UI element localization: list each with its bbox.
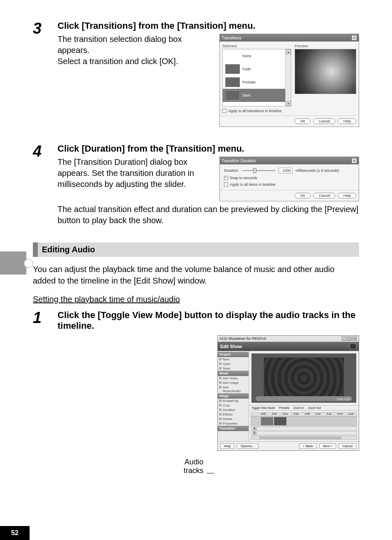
preview-image <box>264 358 344 399</box>
window-title: ACD Showtime! for PENTAX <box>219 337 266 341</box>
section-subheading: Setting the playback time of music/audio <box>33 295 359 304</box>
duration-slider[interactable] <box>242 168 275 173</box>
sidebar-item-effects[interactable]: Effects <box>218 412 249 417</box>
sidebar-item-new[interactable]: New <box>218 357 249 362</box>
preview-area: 0:00 / 0:01 <box>251 353 356 403</box>
sidebar: Project New Open Save Show Add Video Add… <box>218 351 249 441</box>
sidebar-section-project: Project <box>218 352 249 357</box>
selected-label: Selected <box>222 44 291 48</box>
apply-all-checkbox[interactable] <box>222 109 226 113</box>
sidebar-section-transition: Transition <box>218 426 249 431</box>
step-number: 4 <box>33 143 58 226</box>
timeline-clip[interactable] <box>261 417 273 425</box>
maximize-icon[interactable]: □ <box>347 337 352 341</box>
transition-item-swirl[interactable]: Swirl <box>223 89 291 102</box>
snap-label: Snap to seconds <box>230 176 257 180</box>
duration-value-input[interactable]: 1000 <box>279 168 293 173</box>
ok-button[interactable]: OK <box>295 118 311 124</box>
edit-show-title: Edit Show <box>220 344 242 349</box>
help-button[interactable]: Help <box>338 193 356 198</box>
transition-thumb <box>225 64 240 74</box>
step-number: 3 <box>33 21 58 127</box>
sidebar-item-rotate[interactable]: Rotate/Flip <box>218 399 249 403</box>
help-button[interactable]: Help <box>220 443 234 449</box>
transition-thumb <box>225 51 240 61</box>
side-tab-dot <box>24 259 33 268</box>
preview-time: 0:00 / 0:01 <box>337 398 350 401</box>
cancel-button[interactable]: Cancel <box>339 443 356 449</box>
window-footer: Help Options... < Back Next > Cancel <box>218 441 359 450</box>
next-button[interactable]: Next > <box>319 443 336 449</box>
sidebar-item-delete[interactable]: Delete <box>218 417 249 421</box>
minimize-icon[interactable]: _ <box>341 337 346 341</box>
sidebar-item-add-music[interactable]: Add Music/Audio <box>218 385 249 393</box>
duration-dialog: Transition Duration × Duration: 1000 mil… <box>219 157 359 201</box>
cancel-button[interactable]: Cancel <box>313 118 335 124</box>
scrollbar-thumb[interactable] <box>259 436 341 439</box>
preview-label: Preview: <box>295 44 356 48</box>
sidebar-item-properties[interactable]: Properties <box>218 421 249 426</box>
step-title: Click [Transitions] from the [Transition… <box>58 21 359 31</box>
transition-preview <box>295 49 356 94</box>
sidebar-item-add-video[interactable]: Add Video <box>218 376 249 381</box>
toggle-view-mode-button[interactable]: Toggle View Mode <box>251 406 275 409</box>
audio-track-label: 2 <box>254 431 255 434</box>
duration-label: Duration: <box>224 168 239 173</box>
video-track[interactable] <box>251 416 357 426</box>
transition-label: Swirl <box>242 93 251 97</box>
transition-item-pixelate[interactable]: Pixelate <box>223 76 291 89</box>
timeline-scrollbar[interactable] <box>251 436 357 440</box>
back-button[interactable]: < Back <box>299 443 317 449</box>
timeline: 0:00 0:02 0:04 0:06 0:08 0:10 0:12 0:14 … <box>249 411 359 441</box>
duration-unit: milliseconds (1.0 seconds) <box>296 168 339 173</box>
sidebar-section-image: Image <box>218 393 249 399</box>
timeline-clip[interactable] <box>274 417 286 425</box>
ok-button[interactable]: OK <box>295 193 311 198</box>
sidebar-item-open[interactable]: Open <box>218 362 249 366</box>
sidebar-item-save[interactable]: Save <box>218 366 249 371</box>
audio-track-1[interactable]: 1 <box>251 427 357 431</box>
step-text: The transition selection dialog box appe… <box>58 34 214 127</box>
transition-label: None <box>242 54 251 58</box>
apply-all-checkbox[interactable] <box>224 182 228 187</box>
step-4: 4 Click [Duration] from the [Transition]… <box>33 143 359 226</box>
preview-button[interactable]: Preview <box>279 406 289 409</box>
audio-tracks-callout: Audio tracks <box>184 458 203 475</box>
snap-checkbox[interactable] <box>224 176 228 180</box>
step-text: The [Transition Duration] dialog box app… <box>58 157 214 201</box>
sidebar-item-add-image[interactable]: Add Image <box>218 381 249 385</box>
sidebar-item-crop[interactable]: Crop <box>218 403 249 408</box>
sidebar-item-duration[interactable]: Duration <box>218 408 249 412</box>
close-icon[interactable]: × <box>352 337 357 341</box>
transition-item-none[interactable]: None <box>223 49 291 62</box>
apply-all-label: Apply to all transitions in timeline <box>228 109 282 113</box>
edit-show-window: ACD Showtime! for PENTAX _ □ × Edit Show <box>217 335 359 451</box>
step-title: Click the [Toggle View Mode] button to d… <box>58 310 359 331</box>
scroll-down-icon[interactable]: ▾ <box>286 101 291 106</box>
dialog-title: Transition Duration <box>221 159 256 163</box>
transition-thumb <box>225 77 240 87</box>
dialog-titlebar: Transitions × <box>220 34 359 42</box>
close-icon[interactable]: × <box>351 35 357 41</box>
timeline-toolbar: Toggle View Mode Preview Zoom In Zoom Ou… <box>249 405 359 411</box>
zoom-in-button[interactable]: Zoom In <box>293 406 304 409</box>
slider-thumb[interactable] <box>253 168 256 173</box>
step-text-b: The actual transition effect and duratio… <box>58 204 359 226</box>
zoom-out-button[interactable]: Zoom Out <box>308 406 321 409</box>
header-icon[interactable] <box>350 344 356 349</box>
options-button[interactable]: Options... <box>237 443 258 449</box>
section-heading: Editing Audio <box>33 242 359 257</box>
apply-all-label: Apply to all items in timeline <box>230 182 275 187</box>
scrollbar[interactable]: ▴ ▾ <box>285 49 291 106</box>
help-button[interactable]: Help <box>338 118 356 124</box>
window-titlebar: ACD Showtime! for PENTAX _ □ × <box>218 336 359 342</box>
transition-thumb <box>225 90 240 100</box>
transition-item-fade[interactable]: Fade <box>223 62 291 76</box>
callout-line <box>207 473 214 473</box>
sidebar-section-show: Show <box>218 371 249 376</box>
audio-track-2[interactable]: 2 <box>251 431 357 435</box>
scroll-up-icon[interactable]: ▴ <box>286 49 291 54</box>
dialog-titlebar: Transition Duration × <box>220 157 359 164</box>
close-icon[interactable]: × <box>351 158 357 164</box>
cancel-button[interactable]: Cancel <box>313 193 335 198</box>
